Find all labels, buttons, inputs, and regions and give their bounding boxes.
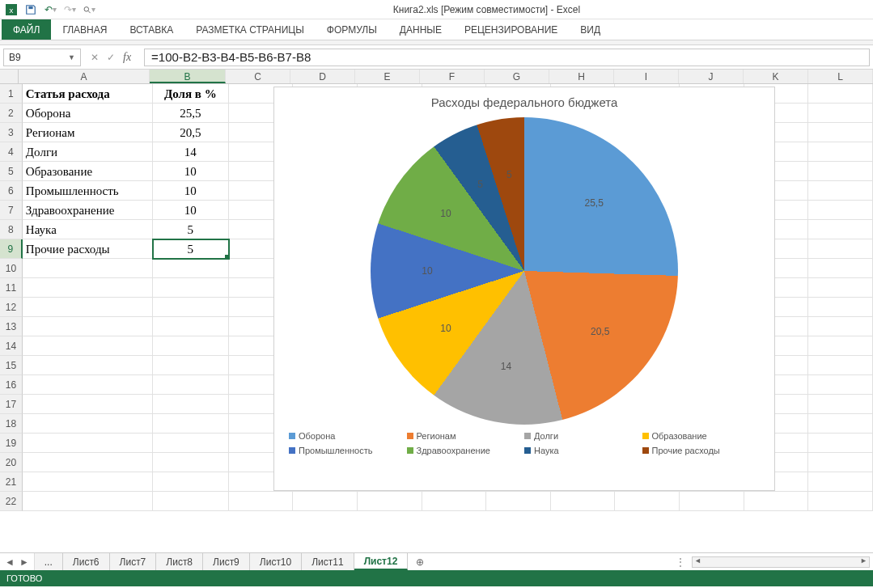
- cell[interactable]: [808, 142, 873, 162]
- row-header[interactable]: 16: [0, 375, 23, 395]
- column-header[interactable]: B: [150, 70, 226, 83]
- cell[interactable]: 5: [153, 220, 229, 239]
- row-header[interactable]: 1: [0, 84, 23, 104]
- cell[interactable]: [153, 414, 229, 434]
- cell[interactable]: Доля в %: [153, 84, 229, 104]
- row-header[interactable]: 7: [0, 201, 23, 220]
- row-header[interactable]: 10: [0, 259, 23, 278]
- cell[interactable]: [153, 395, 229, 414]
- cell[interactable]: [808, 104, 873, 123]
- cell[interactable]: [808, 201, 873, 220]
- redo-icon[interactable]: ↷▾: [63, 3, 76, 16]
- legend-item[interactable]: Наука: [524, 446, 642, 455]
- cell[interactable]: [293, 492, 358, 511]
- row-header[interactable]: 14: [0, 336, 23, 356]
- cell[interactable]: [153, 298, 229, 317]
- print-preview-icon[interactable]: ▾: [83, 3, 95, 16]
- cell[interactable]: [23, 317, 153, 336]
- cell[interactable]: [23, 298, 153, 317]
- row-header[interactable]: 13: [0, 317, 23, 336]
- sheet-nav-next-icon[interactable]: ►: [19, 556, 29, 568]
- cell[interactable]: [808, 278, 873, 298]
- row-header[interactable]: 15: [0, 356, 23, 375]
- chevron-down-icon[interactable]: ▼: [68, 53, 75, 61]
- cell[interactable]: [551, 492, 616, 511]
- row-header[interactable]: 20: [0, 453, 23, 472]
- sheet-tab[interactable]: Лист12: [354, 553, 409, 570]
- cell[interactable]: 5: [153, 239, 229, 259]
- cell[interactable]: [808, 181, 873, 201]
- legend-item[interactable]: Прочие расходы: [642, 446, 761, 455]
- sheet-tab[interactable]: Лист10: [250, 553, 302, 570]
- row-header[interactable]: 11: [0, 278, 23, 298]
- ribbon-tab-формулы[interactable]: ФОРМУЛЫ: [316, 19, 388, 40]
- cell[interactable]: 10: [153, 201, 229, 220]
- save-icon[interactable]: [24, 3, 37, 16]
- cell[interactable]: [23, 336, 153, 356]
- ribbon-tab-разметка страницы[interactable]: РАЗМЕТКА СТРАНИЦЫ: [184, 19, 316, 40]
- cell[interactable]: [153, 375, 229, 395]
- ribbon-tab-вставка[interactable]: ВСТАВКА: [118, 19, 184, 40]
- row-header[interactable]: 17: [0, 395, 23, 414]
- legend-item[interactable]: Промышленность: [289, 446, 407, 455]
- cell[interactable]: [23, 278, 153, 298]
- name-box[interactable]: B9 ▼: [3, 49, 81, 66]
- cell[interactable]: [808, 434, 873, 453]
- pie-chart[interactable]: 25,520,51410101055: [371, 117, 678, 425]
- row-header[interactable]: 19: [0, 434, 23, 453]
- cell[interactable]: [808, 336, 873, 356]
- cell[interactable]: [422, 492, 487, 511]
- cell[interactable]: [808, 162, 873, 181]
- cell[interactable]: [486, 492, 551, 511]
- column-header[interactable]: F: [420, 70, 485, 83]
- column-header[interactable]: J: [679, 70, 744, 83]
- formula-input[interactable]: =100-B2-B3-B4-B5-B6-B7-B8: [144, 49, 870, 66]
- column-header[interactable]: G: [485, 70, 549, 83]
- tab-split-handle[interactable]: ⋮: [676, 556, 692, 568]
- row-header[interactable]: 2: [0, 104, 23, 123]
- cell[interactable]: [358, 492, 422, 511]
- cell[interactable]: [680, 492, 744, 511]
- cell[interactable]: Образование: [23, 162, 153, 181]
- cell[interactable]: 14: [153, 142, 229, 162]
- column-header[interactable]: E: [355, 70, 420, 83]
- row-header[interactable]: 4: [0, 142, 23, 162]
- cell[interactable]: [23, 414, 153, 434]
- cell[interactable]: [808, 220, 873, 239]
- cell[interactable]: [229, 492, 294, 511]
- legend-item[interactable]: Оборона: [289, 431, 407, 441]
- sheet-nav-prev-icon[interactable]: ◄: [5, 556, 15, 568]
- column-header[interactable]: I: [614, 70, 679, 83]
- cell[interactable]: [23, 472, 153, 492]
- cell[interactable]: [153, 278, 229, 298]
- sheet-tab[interactable]: ...: [35, 553, 63, 570]
- cell[interactable]: [153, 317, 229, 336]
- select-all-corner[interactable]: [0, 70, 19, 83]
- sheet-tab[interactable]: Лист8: [156, 553, 203, 570]
- ribbon-tab-главная[interactable]: ГЛАВНАЯ: [51, 19, 118, 40]
- cell[interactable]: Оборона: [23, 104, 153, 123]
- horizontal-scrollbar[interactable]: [692, 556, 870, 568]
- cell[interactable]: [808, 259, 873, 278]
- cell[interactable]: [808, 395, 873, 414]
- sheet-tab[interactable]: Лист7: [110, 553, 157, 570]
- cell[interactable]: [153, 259, 229, 278]
- cell[interactable]: Прочие расходы: [23, 239, 153, 259]
- row-header[interactable]: 9: [0, 239, 23, 259]
- cell[interactable]: Промышленность: [23, 181, 153, 201]
- cell[interactable]: [153, 472, 229, 492]
- row-header[interactable]: 5: [0, 162, 23, 181]
- cell[interactable]: Здравоохранение: [23, 201, 153, 220]
- confirm-icon[interactable]: ✓: [107, 52, 115, 63]
- cell[interactable]: [23, 434, 153, 453]
- cell[interactable]: 20,5: [153, 123, 229, 142]
- row-header[interactable]: 8: [0, 220, 23, 239]
- cell[interactable]: Наука: [23, 220, 153, 239]
- worksheet-grid[interactable]: ABCDEFGHIJKL 1Статья расходаДоля в %2Обо…: [0, 70, 873, 552]
- add-sheet-button[interactable]: ⊕: [408, 553, 432, 570]
- cell[interactable]: [23, 356, 153, 375]
- cell[interactable]: 10: [153, 162, 229, 181]
- undo-icon[interactable]: ↶▾: [44, 3, 57, 16]
- cell[interactable]: [615, 492, 680, 511]
- cell[interactable]: [23, 259, 153, 278]
